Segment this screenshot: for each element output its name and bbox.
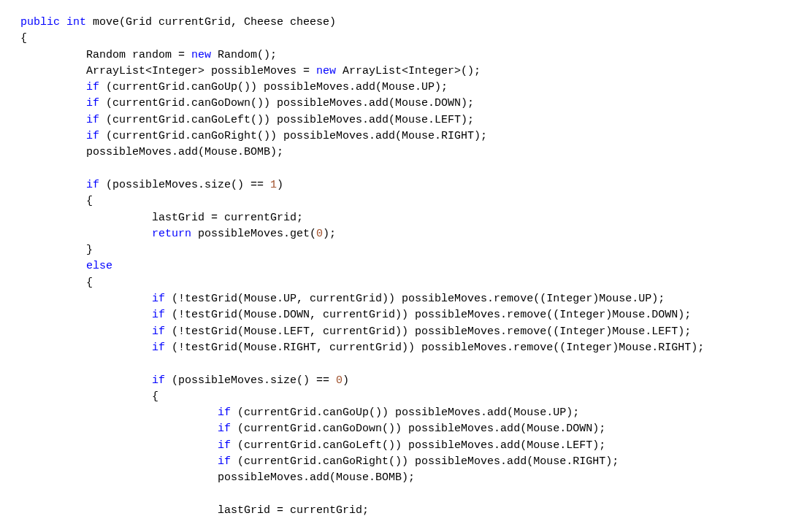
code-token: new (316, 65, 336, 77)
code-token: if (86, 114, 99, 126)
code-token: else (86, 260, 112, 272)
code-token: if (218, 406, 231, 419)
code-token: if (152, 374, 165, 387)
code-token: if (86, 81, 99, 93)
code-token: if (86, 179, 99, 191)
code-token: if (152, 325, 165, 338)
code-token: if (152, 309, 165, 321)
code-token: return (152, 228, 191, 240)
code-token: if (218, 439, 231, 452)
code-token: new (191, 49, 211, 61)
code-block: public int move(Grid currentGrid, Cheese… (0, 0, 788, 519)
code-token: if (218, 455, 231, 468)
code-token: if (86, 130, 99, 142)
code-token: 0 (316, 228, 323, 240)
code-token: public (20, 16, 60, 28)
code-token: 0 (336, 374, 343, 387)
code-token: if (86, 97, 99, 109)
code-token: 1 (270, 179, 277, 191)
code-token: if (152, 293, 165, 305)
code-token: if (218, 423, 231, 435)
code-token: int (66, 16, 86, 28)
code-token: if (152, 342, 165, 354)
